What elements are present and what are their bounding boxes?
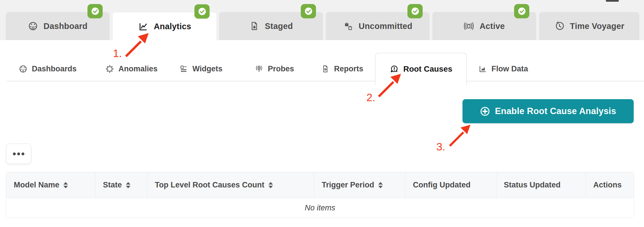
enable-root-cause-analysis-button[interactable]: Enable Root Cause Analysis: [462, 99, 634, 123]
column-header-trigger-period[interactable]: Trigger Period: [314, 172, 405, 198]
screen-edge-artifact: [606, 0, 619, 2]
reports-document-icon: [321, 64, 330, 73]
sort-icon: [63, 182, 68, 188]
more-options-button[interactable]: [6, 144, 31, 164]
subtab-dashboards[interactable]: Dashboards: [19, 61, 77, 77]
column-header-config-updated: Config Updated: [405, 172, 496, 198]
dashboard-icon: [28, 21, 38, 31]
subtab-label: Anomalies: [118, 64, 158, 73]
annotation-arrow-1: [124, 32, 150, 58]
tab-label: Staged: [265, 21, 293, 31]
subtab-anomalies[interactable]: Anomalies: [105, 61, 158, 77]
root-cause-models-table: Model Name State Top Level Root Causes C…: [6, 172, 634, 218]
subtab-label: Widgets: [192, 64, 223, 73]
subnav-divider: [7, 81, 644, 81]
tab-label: Time Voyager: [570, 21, 625, 31]
sort-icon: [126, 182, 130, 188]
sort-icon: [378, 182, 383, 188]
time-voyager-history-icon: [554, 21, 565, 31]
subtab-label: Dashboards: [32, 64, 77, 73]
anomalies-burst-icon: [105, 64, 114, 73]
verified-badge: [407, 4, 423, 18]
enable-button-label: Enable Root Cause Analysis: [495, 106, 616, 116]
widgets-layout-icon: [179, 64, 188, 73]
annotation-arrow-3: [447, 124, 472, 147]
annotation-step-2: 2.: [366, 92, 375, 104]
column-header-status-updated: Status Updated: [496, 172, 586, 198]
top-tab-bar: Dashboard Analytics Staged: [0, 0, 644, 40]
analytics-icon: [138, 21, 148, 32]
tab-dashboard[interactable]: Dashboard: [6, 12, 110, 40]
verified-badge: [194, 4, 210, 19]
tab-label: Active: [479, 21, 505, 31]
subtab-widgets[interactable]: Widgets: [179, 61, 223, 77]
flow-data-chart-icon: [478, 64, 487, 73]
analytics-subnav: Dashboards Anomalies Widgets Probes: [0, 40, 644, 84]
check-icon: [410, 6, 420, 16]
column-header-actions: Actions: [586, 172, 634, 198]
table-header-row: Model Name State Top Level Root Causes C…: [6, 172, 634, 198]
subtab-reports[interactable]: Reports: [321, 61, 363, 77]
plus-circle-icon: [480, 106, 490, 116]
uncommitted-packages-icon: [343, 21, 353, 31]
probes-icon: [255, 64, 264, 73]
tab-uncommitted[interactable]: Uncommitted: [326, 12, 430, 40]
subtab-label: Flow Data: [491, 64, 528, 73]
verified-badge: [301, 4, 316, 18]
ellipsis-icon: [13, 152, 16, 155]
tab-label: Dashboard: [44, 21, 87, 31]
column-header-state[interactable]: State: [95, 172, 147, 198]
check-icon: [304, 6, 313, 16]
verified-badge: [514, 4, 529, 18]
subtab-label: Probes: [268, 64, 294, 73]
column-header-top-level-root-causes-count[interactable]: Top Level Root Causes Count: [147, 172, 314, 198]
check-icon: [197, 7, 207, 16]
tab-time-voyager[interactable]: Time Voyager: [539, 12, 639, 40]
sort-icon: [268, 182, 273, 188]
tab-label: Uncommitted: [359, 21, 413, 31]
tab-staged[interactable]: Staged: [219, 12, 323, 40]
check-icon: [90, 6, 100, 16]
subtab-label: Root Causes: [403, 64, 452, 74]
empty-table-message: No items: [6, 198, 634, 218]
column-header-model-name[interactable]: Model Name: [6, 172, 95, 198]
check-icon: [517, 6, 527, 16]
verified-badge: [87, 4, 103, 18]
annotation-step-1: 1.: [113, 48, 122, 60]
active-broadcast-icon: [464, 21, 474, 31]
tab-active[interactable]: Active: [432, 12, 536, 40]
subtab-probes[interactable]: Probes: [255, 61, 294, 77]
dashboards-icon: [19, 64, 28, 73]
tab-label: Analytics: [154, 22, 191, 31]
subtab-flow-data[interactable]: Flow Data: [478, 61, 528, 77]
annotation-step-3: 3.: [436, 141, 445, 153]
staged-document-icon: [249, 21, 259, 31]
annotation-arrow-2: [377, 71, 402, 100]
subtab-label: Reports: [334, 64, 363, 73]
